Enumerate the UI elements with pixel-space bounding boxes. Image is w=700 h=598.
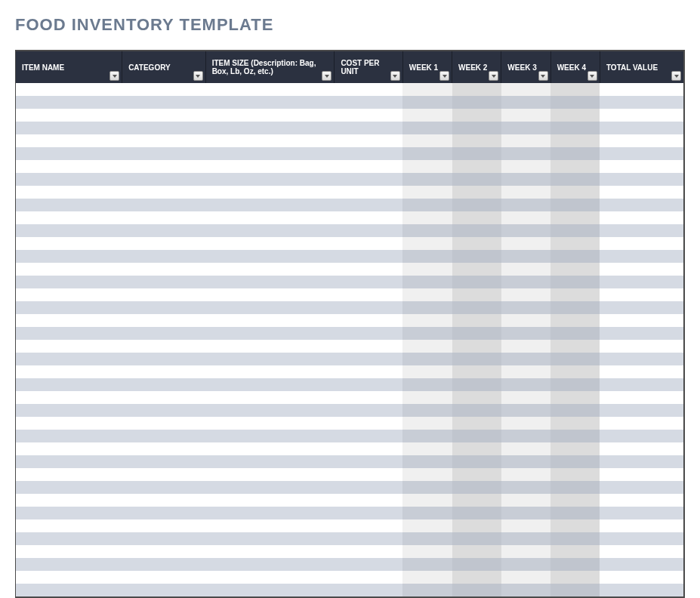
table-cell[interactable] (600, 147, 683, 160)
table-cell[interactable] (550, 468, 600, 481)
table-cell[interactable] (600, 109, 683, 122)
table-cell[interactable] (402, 314, 452, 327)
table-cell[interactable] (335, 263, 402, 276)
table-cell[interactable] (501, 365, 550, 378)
table-cell[interactable] (205, 327, 335, 340)
table-cell[interactable] (550, 417, 600, 430)
table-cell[interactable] (16, 134, 122, 147)
table-cell[interactable] (205, 160, 335, 173)
table-cell[interactable] (205, 404, 335, 417)
table-cell[interactable] (452, 327, 501, 340)
table-cell[interactable] (452, 122, 501, 134)
table-cell[interactable] (402, 417, 452, 430)
table-cell[interactable] (122, 122, 206, 134)
table-cell[interactable] (16, 353, 122, 365)
table-cell[interactable] (600, 173, 683, 186)
table-cell[interactable] (122, 134, 206, 147)
table-cell[interactable] (122, 173, 206, 186)
table-cell[interactable] (335, 173, 402, 186)
table-cell[interactable] (205, 365, 335, 378)
table-cell[interactable] (600, 519, 683, 532)
table-cell[interactable] (122, 532, 206, 545)
table-cell[interactable] (550, 571, 600, 584)
table-cell[interactable] (335, 327, 402, 340)
table-cell[interactable] (122, 365, 206, 378)
table-cell[interactable] (205, 584, 335, 596)
table-cell[interactable] (122, 263, 206, 276)
table-cell[interactable] (501, 507, 550, 519)
table-cell[interactable] (205, 109, 335, 122)
table-cell[interactable] (550, 481, 600, 494)
table-cell[interactable] (122, 314, 206, 327)
table-cell[interactable] (16, 199, 122, 211)
table-cell[interactable] (205, 96, 335, 109)
table-cell[interactable] (501, 288, 550, 301)
table-cell[interactable] (16, 417, 122, 430)
table-cell[interactable] (205, 288, 335, 301)
table-cell[interactable] (501, 455, 550, 468)
table-cell[interactable] (600, 211, 683, 224)
table-cell[interactable] (600, 391, 683, 404)
table-cell[interactable] (452, 468, 501, 481)
table-cell[interactable] (205, 430, 335, 442)
table-cell[interactable] (600, 122, 683, 134)
table-cell[interactable] (335, 134, 402, 147)
table-cell[interactable] (550, 584, 600, 596)
table-cell[interactable] (122, 340, 206, 353)
table-cell[interactable] (501, 519, 550, 532)
table-cell[interactable] (122, 109, 206, 122)
table-cell[interactable] (600, 558, 683, 571)
table-cell[interactable] (402, 122, 452, 134)
table-cell[interactable] (335, 160, 402, 173)
table-cell[interactable] (501, 340, 550, 353)
table-cell[interactable] (600, 263, 683, 276)
table-cell[interactable] (452, 186, 501, 199)
table-cell[interactable] (452, 481, 501, 494)
table-cell[interactable] (501, 327, 550, 340)
table-cell[interactable] (16, 122, 122, 134)
table-cell[interactable] (16, 147, 122, 160)
table-cell[interactable] (335, 571, 402, 584)
table-cell[interactable] (452, 340, 501, 353)
table-cell[interactable] (452, 442, 501, 455)
table-cell[interactable] (16, 237, 122, 250)
table-cell[interactable] (501, 404, 550, 417)
table-cell[interactable] (205, 314, 335, 327)
table-cell[interactable] (122, 96, 206, 109)
table-cell[interactable] (600, 417, 683, 430)
table-cell[interactable] (16, 288, 122, 301)
table-cell[interactable] (122, 224, 206, 237)
table-cell[interactable] (600, 250, 683, 263)
table-cell[interactable] (402, 404, 452, 417)
table-cell[interactable] (122, 276, 206, 288)
table-cell[interactable] (600, 430, 683, 442)
table-cell[interactable] (550, 404, 600, 417)
table-cell[interactable] (550, 378, 600, 391)
table-cell[interactable] (402, 519, 452, 532)
table-cell[interactable] (402, 83, 452, 96)
table-cell[interactable] (501, 430, 550, 442)
table-cell[interactable] (122, 455, 206, 468)
table-cell[interactable] (402, 584, 452, 596)
table-cell[interactable] (550, 558, 600, 571)
table-cell[interactable] (402, 430, 452, 442)
table-cell[interactable] (402, 468, 452, 481)
table-cell[interactable] (550, 83, 600, 96)
table-cell[interactable] (205, 571, 335, 584)
table-cell[interactable] (550, 288, 600, 301)
table-cell[interactable] (205, 378, 335, 391)
table-cell[interactable] (205, 173, 335, 186)
table-cell[interactable] (501, 211, 550, 224)
table-cell[interactable] (452, 288, 501, 301)
table-cell[interactable] (122, 353, 206, 365)
table-cell[interactable] (205, 186, 335, 199)
table-cell[interactable] (550, 109, 600, 122)
table-cell[interactable] (501, 378, 550, 391)
table-cell[interactable] (402, 301, 452, 314)
table-cell[interactable] (452, 109, 501, 122)
table-cell[interactable] (452, 276, 501, 288)
table-cell[interactable] (16, 468, 122, 481)
table-cell[interactable] (122, 519, 206, 532)
table-cell[interactable] (452, 314, 501, 327)
table-cell[interactable] (501, 391, 550, 404)
